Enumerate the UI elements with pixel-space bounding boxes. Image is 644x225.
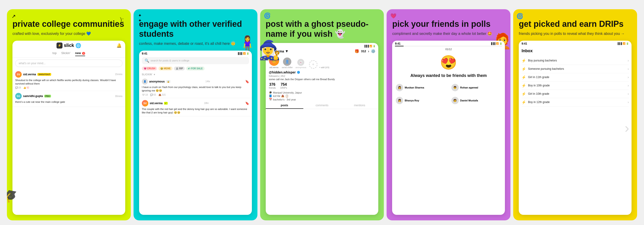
inbox-item-4[interactable]: ⚡ Boy in 10th grade › [522, 82, 629, 90]
add-account-button[interactable]: + [309, 60, 318, 69]
friend-avatar-4: 🧑 [452, 97, 459, 104]
post-input-placeholder: what's on your mind... [19, 62, 46, 65]
status-bar-3: 9:41 ▐▐▐ 📶 🔋 [266, 43, 378, 48]
drips-icon: 🎁 [354, 49, 359, 53]
post-text-2: there's a cute cat near the main college… [15, 100, 122, 104]
lightning-icon-2: ⚡ [522, 67, 526, 71]
signal-icon: ▐▐▐ [237, 52, 242, 55]
filter-crush[interactable]: 💗 CRUSH [142, 67, 157, 71]
card1-screen: ⚡ slick 🌐 🔔 top Slickin' new 3 [12, 41, 125, 215]
card-engage-students: ✦✦ engage with other verified students c… [134, 9, 258, 220]
post-item-2: SG samridhi.gupta PSA 30mins there's a c… [12, 91, 125, 107]
status-icons-2: ▐▐▐ 📶 🔋 [237, 52, 249, 55]
lightning-icon-5: ⚡ [522, 92, 526, 96]
settings-icon[interactable]: ⚙️ [371, 49, 376, 53]
card4-screen: 9:41 ▐▐▐ 📶 🔋 01/12 😍 Always wanted to be [392, 41, 505, 215]
friend-card-2[interactable]: 👦 Rohan agarwal [450, 82, 503, 93]
drips-stat: 754 DRIPs [280, 83, 287, 89]
tab-comments[interactable]: comments [303, 102, 341, 109]
chevron-icon-4: › [628, 84, 629, 87]
friend-card-3[interactable]: 👧 Bhavya Roy [394, 95, 448, 106]
anon-post-1: 👤 anonymous 🔒 14hr 🔖 I have a crush on Y… [139, 77, 252, 98]
username-sg: samridhi.gupta [23, 95, 43, 98]
friend-avatar-3: 👧 [396, 97, 403, 104]
chevron-icon-1: › [628, 59, 629, 62]
tab-new[interactable]: new 3 [75, 51, 85, 56]
bookmark-icon[interactable]: 🔖 [245, 80, 249, 83]
psa-badge: PSA [44, 95, 51, 98]
account-anon-name: anonymous [296, 66, 306, 69]
account-anon-avatar: 👻 [297, 59, 304, 66]
copy-icon[interactable]: 📋 [285, 95, 288, 98]
tab-slickin[interactable]: Slickin' [61, 51, 70, 56]
tab-mentions[interactable]: mentions [341, 102, 378, 109]
status-time-4: 9:41 [395, 42, 400, 45]
wifi-icon: 📶 [243, 52, 246, 55]
comment-icon-2[interactable]: 💬 55 [150, 94, 156, 96]
inbox-item-3[interactable]: ⚡ Girl in 11th grade › [522, 73, 629, 82]
card1-subtitle: crafted with love, exclusively for your … [12, 31, 125, 36]
year-info: 📅 bachelor's · 3rd year [269, 98, 375, 101]
battery-icon-5: 🔋 [626, 42, 629, 45]
status-bar-5: 9:41 ▐▐▐ 📶 🔋 [519, 41, 632, 46]
section-slickin: SLICKIN' ▼ [139, 72, 252, 77]
lightning-icon-3: ⚡ [522, 75, 526, 80]
inbox-item-2[interactable]: ⚡ Someone pursuing bachelors › [522, 65, 629, 73]
university-info: 🎓 Manipal University, Jaipur [269, 91, 375, 94]
anon-username-2: sid.verma [150, 102, 162, 105]
anon-user-1: 👤 anonymous 🔒 14hr 🔖 [142, 79, 249, 85]
account-ghost[interactable]: 👤 serial.chiller [282, 58, 293, 69]
share-count[interactable]: 📤 315 [158, 94, 166, 96]
lightning-icon-6: ⚡ [522, 100, 526, 104]
battery-icon-4: 🔋 [500, 42, 502, 45]
search-bar-2[interactable]: 🔍 search for posts & users in college [142, 57, 249, 64]
friends-label: friends [269, 87, 276, 89]
friend-card-1[interactable]: 👩 Muskan Sharma [394, 82, 448, 93]
card4-phone: 9:41 ▐▐▐ 📶 🔋 01/12 😍 Always wanted to be [392, 41, 505, 215]
university-icon: 🎓 [269, 91, 272, 94]
dropdown-icon: ▼ [285, 49, 288, 53]
cards-container: ↗ ): private college communities crafted… [2, 2, 642, 225]
avatar-sv: SV [15, 71, 22, 78]
friend-name-4: Daniel Mustafa [460, 99, 478, 102]
post-actions-1: 💬 28 👍 92 [15, 86, 122, 89]
friend-grid: 👩 Muskan Sharma 👦 Rohan agarwal 👧 Bhavya… [392, 82, 505, 106]
inbox-item-1[interactable]: ⚡ Boy pursuing bachelors › [522, 57, 629, 65]
tab-posts[interactable]: posts [266, 102, 303, 109]
avatar-sv-2: SV [142, 100, 148, 107]
card-pick-friends: 💗 pick your friends in polls compliment … [386, 9, 510, 220]
anon-post-2: SV sid.verma ✓ 18hr 🔖 The couple with th… [139, 98, 252, 117]
card-earn-drips: 🌀 get picked and earn DRIPs friends pick… [513, 9, 637, 220]
card1-title: private college communities [12, 17, 125, 29]
post-input[interactable]: what's on your mind... [15, 60, 122, 67]
card2-phone: 9:41 ▐▐▐ 📶 🔋 🔍 search for posts & users … [139, 51, 252, 215]
inbox-item-6[interactable]: ⚡ Boy in 12th grade › [522, 98, 629, 107]
anon-text-1: I have a crush on Yash from our psycholo… [142, 86, 249, 93]
course-icon: 📘 [269, 95, 272, 98]
verified-badge: ✓ [164, 102, 168, 105]
filter-sale[interactable]: 🏷 FOR SALE [186, 67, 204, 71]
bio: some call me Jack the Dripper others cal… [269, 78, 375, 81]
friend-card-4[interactable]: 🧑 Daniel Mustafa [450, 95, 503, 106]
avatar-sg: SG [15, 93, 22, 99]
account-anon[interactable]: 👻 anonymous [296, 59, 306, 69]
notification-bell-icon[interactable]: 🔔 [116, 43, 122, 48]
inbox-item-5[interactable]: ⚡ Girl in 10th grade › [522, 90, 629, 98]
chevron-icon-6: › [628, 100, 629, 104]
filter-meme[interactable]: 😂 MEME [158, 67, 172, 71]
friend-name-3: Bhavya Roy [404, 99, 419, 102]
account-ghost-name: serial.chiller [282, 66, 293, 69]
card2-title: engage with other verified students [139, 17, 252, 39]
like-icon[interactable]: 🤍 18 [142, 94, 148, 96]
slick-header: ⚡ slick 🌐 🔔 [12, 41, 125, 50]
friends-stat: 376 friends [269, 83, 276, 89]
lightning-icon-1: ⚡ [522, 59, 526, 63]
friend-name-2: Rohan agarwal [460, 86, 478, 89]
slick-emoji: 🌐 [76, 43, 81, 48]
tab-top[interactable]: top [52, 51, 56, 56]
share-icon[interactable]: 📤 [281, 95, 284, 98]
drips-count: 312 [361, 50, 366, 53]
filter-rip[interactable]: 🪦 RIP [174, 67, 185, 71]
up-icon: 👍 [23, 86, 26, 89]
bookmark-icon-2[interactable]: 🔖 [245, 101, 249, 105]
